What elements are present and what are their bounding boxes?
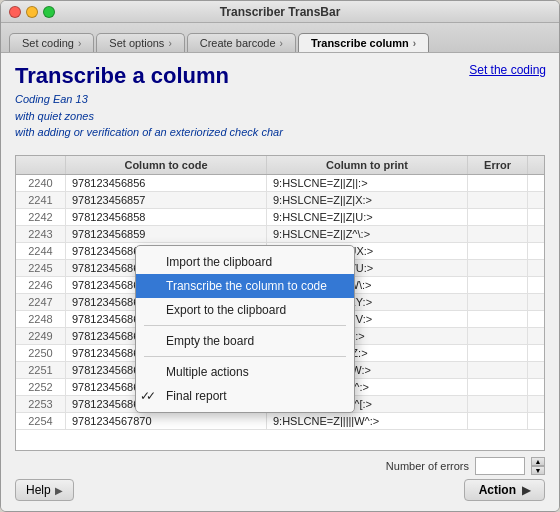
cell-print: 9:HSLCNE=Z||Z||:> xyxy=(267,175,468,191)
cell-scrollbar xyxy=(528,362,544,378)
tab-set-coding-label: Set coding xyxy=(22,37,74,49)
cell-num: 2242 xyxy=(16,209,66,225)
cell-error xyxy=(468,311,528,327)
col-header-scrollbar xyxy=(528,156,544,174)
table-row[interactable]: 2243 978123456859 9:HSLCNE=Z||Z^\:> xyxy=(16,226,544,243)
action-button[interactable]: Action ▶ xyxy=(464,479,545,501)
cell-error xyxy=(468,192,528,208)
cell-error xyxy=(468,226,528,242)
cell-print: 9:HSLCNE=Z|||||W^:> xyxy=(267,413,468,429)
cell-error xyxy=(468,396,528,412)
cell-scrollbar xyxy=(528,294,544,310)
cell-code: 978123456859 xyxy=(66,226,267,242)
titlebar: Transcriber TransBar xyxy=(1,1,559,23)
cell-error xyxy=(468,379,528,395)
subtitle-3: with adding or verification of an exteri… xyxy=(15,124,283,141)
cell-scrollbar xyxy=(528,192,544,208)
cell-code: 978123456856 xyxy=(66,175,267,191)
cell-print: 9:HSLCNE=Z||Z|X:> xyxy=(267,192,468,208)
cell-scrollbar xyxy=(528,345,544,361)
cell-print: 9:HSLCNE=Z||Z^\:> xyxy=(267,226,468,242)
content-wrapper: Column to code Column to print Error 224… xyxy=(15,155,545,452)
help-arrow-icon: ▶ xyxy=(55,485,63,496)
action-dropdown-menu[interactable]: Import the clipboard Transcribe the colu… xyxy=(135,245,355,413)
tab-create-barcode-label: Create barcode xyxy=(200,37,276,49)
table-row[interactable]: 2242 978123456858 9:HSLCNE=Z||Z|U:> xyxy=(16,209,544,226)
menu-item-import-clipboard[interactable]: Import the clipboard xyxy=(136,250,354,274)
cell-num: 2246 xyxy=(16,277,66,293)
cell-scrollbar xyxy=(528,226,544,242)
cell-num: 2240 xyxy=(16,175,66,191)
help-label: Help xyxy=(26,483,51,497)
help-button[interactable]: Help ▶ xyxy=(15,479,74,501)
cell-num: 2250 xyxy=(16,345,66,361)
action-row: Help ▶ Action ▶ xyxy=(15,479,545,501)
col-header-error: Error xyxy=(468,156,528,174)
cell-scrollbar xyxy=(528,311,544,327)
table-header: Column to code Column to print Error xyxy=(16,156,544,175)
cell-error xyxy=(468,175,528,191)
menu-item-export-clipboard[interactable]: Export to the clipboard xyxy=(136,298,354,322)
cell-error xyxy=(468,260,528,276)
tab-arrow-icon: › xyxy=(413,38,416,49)
cell-scrollbar xyxy=(528,175,544,191)
menu-separator xyxy=(144,325,346,326)
main-content: Transcribe a column Coding Ean 13 with q… xyxy=(1,53,559,511)
menu-item-transcribe-column[interactable]: Transcribe the column to code xyxy=(136,274,354,298)
spinner-up-button[interactable]: ▲ xyxy=(531,457,545,466)
menu-item-final-report[interactable]: ✓Final report xyxy=(136,384,354,408)
cell-scrollbar xyxy=(528,260,544,276)
bottom-area: Number of errors ▲ ▼ Help ▶ Action ▶ xyxy=(15,457,545,501)
cell-code: 978123456857 xyxy=(66,192,267,208)
tab-create-barcode[interactable]: Create barcode › xyxy=(187,33,296,52)
col-header-num xyxy=(16,156,66,174)
menu-separator xyxy=(144,356,346,357)
set-coding-link[interactable]: Set the coding xyxy=(469,63,546,77)
cell-print: 9:HSLCNE=Z||Z|U:> xyxy=(267,209,468,225)
action-label: Action xyxy=(479,483,516,497)
num-errors-input[interactable] xyxy=(475,457,525,475)
minimize-button[interactable] xyxy=(26,6,38,18)
menu-item-multiple-actions[interactable]: Multiple actions xyxy=(136,360,354,384)
cell-error xyxy=(468,362,528,378)
header-row: Transcribe a column Coding Ean 13 with q… xyxy=(15,63,545,147)
table-row[interactable]: 2241 978123456857 9:HSLCNE=Z||Z|X:> xyxy=(16,192,544,209)
page-title: Transcribe a column xyxy=(15,63,283,89)
subtitle-block: Coding Ean 13 with quiet zones with addi… xyxy=(15,91,283,141)
cell-error xyxy=(468,294,528,310)
cell-code: 9781234567870 xyxy=(66,413,267,429)
cell-num: 2247 xyxy=(16,294,66,310)
close-button[interactable] xyxy=(9,6,21,18)
cell-error xyxy=(468,243,528,259)
num-errors-label: Number of errors xyxy=(386,460,469,472)
titlebar-buttons xyxy=(9,6,55,18)
title-block: Transcribe a column Coding Ean 13 with q… xyxy=(15,63,283,147)
tab-transcribe-column[interactable]: Transcribe column › xyxy=(298,33,429,52)
subtitle-2: with quiet zones xyxy=(15,108,283,125)
table-row[interactable]: 2254 9781234567870 9:HSLCNE=Z|||||W^:> xyxy=(16,413,544,430)
tab-set-options[interactable]: Set options › xyxy=(96,33,184,52)
spinner-down-button[interactable]: ▼ xyxy=(531,466,545,475)
tab-arrow-icon: › xyxy=(78,38,81,49)
cell-error xyxy=(468,413,528,429)
cell-scrollbar xyxy=(528,328,544,344)
cell-num: 2254 xyxy=(16,413,66,429)
cell-code: 978123456858 xyxy=(66,209,267,225)
maximize-button[interactable] xyxy=(43,6,55,18)
cell-scrollbar xyxy=(528,396,544,412)
cell-scrollbar xyxy=(528,209,544,225)
cell-num: 2244 xyxy=(16,243,66,259)
cell-scrollbar xyxy=(528,413,544,429)
cell-error xyxy=(468,277,528,293)
tab-set-coding[interactable]: Set coding › xyxy=(9,33,94,52)
cell-num: 2252 xyxy=(16,379,66,395)
menu-item-empty-board[interactable]: Empty the board xyxy=(136,329,354,353)
cell-num: 2243 xyxy=(16,226,66,242)
cell-num: 2251 xyxy=(16,362,66,378)
tab-set-options-label: Set options xyxy=(109,37,164,49)
table-row[interactable]: 2240 978123456856 9:HSLCNE=Z||Z||:> xyxy=(16,175,544,192)
col-header-code: Column to code xyxy=(66,156,267,174)
subtitle-1: Coding Ean 13 xyxy=(15,91,283,108)
cell-scrollbar xyxy=(528,379,544,395)
cell-scrollbar xyxy=(528,243,544,259)
